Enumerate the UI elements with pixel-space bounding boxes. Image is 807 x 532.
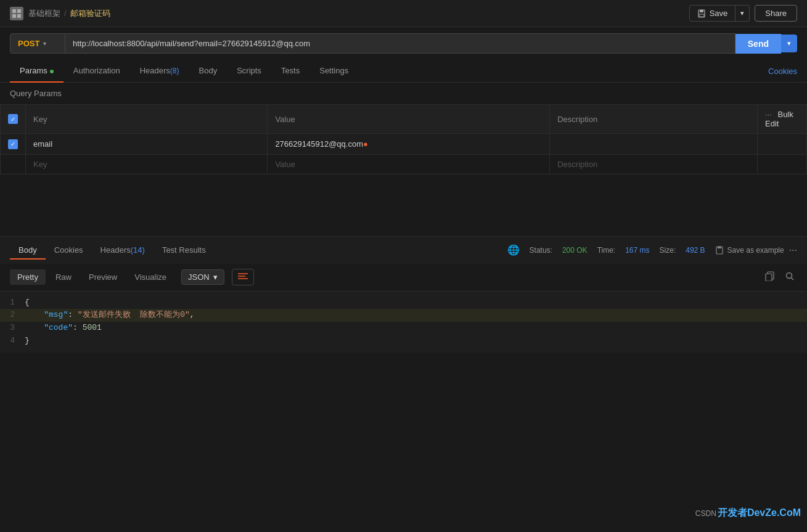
more-options-icon[interactable]: ··· [765, 110, 772, 119]
format-tab-pretty[interactable]: Pretty [10, 269, 46, 285]
breadcrumb-base: 基础框架 [28, 8, 60, 19]
format-tab-raw[interactable]: Raw [48, 269, 79, 285]
watermark-text: 开发者DevZe.CoM [718, 507, 801, 520]
time-label: Time: [597, 246, 616, 255]
save-example-button[interactable]: Save as example [715, 246, 784, 255]
format-tab-visualize[interactable]: Visualize [127, 269, 174, 285]
code-line-2: 2 "msg": "发送邮件失败 除数不能为0", [0, 309, 807, 322]
send-button[interactable]: Send [735, 34, 781, 54]
svg-rect-1 [17, 9, 21, 13]
response-tabs-bar: Body Cookies Headers(14) Test Results 🌐 … [0, 236, 807, 264]
csdn-label: CSDN [695, 509, 716, 518]
svg-line-15 [792, 277, 794, 280]
row-key-cell[interactable]: email [26, 134, 268, 155]
response-toolbar: Pretty Raw Preview Visualize JSON ▾ [0, 264, 807, 292]
col-check-header [1, 105, 26, 134]
params-spacer [0, 174, 807, 236]
row-checkbox[interactable] [8, 139, 18, 149]
query-params-title: Query Params [0, 83, 807, 104]
col-key-header: Key [26, 105, 268, 134]
svg-rect-6 [699, 14, 704, 17]
url-bar: POST ▾ Send ▾ [0, 27, 807, 60]
svg-rect-0 [12, 9, 16, 13]
params-dot [50, 70, 54, 73]
save-group: Save ▾ [689, 5, 750, 22]
save-button[interactable]: Save [689, 5, 736, 22]
top-bar-right: Save ▾ Share [689, 5, 797, 22]
watermark: CSDN 开发者DevZe.CoM [695, 507, 801, 520]
time-value: 167 ms [625, 246, 649, 255]
save-label: Save [710, 9, 728, 18]
breadcrumb-sep: / [64, 9, 67, 18]
format-select-label: JSON [188, 272, 210, 282]
share-button[interactable]: Share [755, 5, 797, 22]
save-chevron-button[interactable]: ▾ [735, 5, 750, 22]
tab-authorization[interactable]: Authorization [63, 60, 130, 83]
url-input[interactable] [65, 33, 735, 54]
svg-rect-5 [700, 10, 703, 12]
save-example-icon [715, 246, 724, 255]
email-required-dot: ● [363, 139, 368, 149]
params-table: Key Value Description ··· Bulk Edit emai… [0, 104, 807, 174]
breadcrumb-current: 邮箱验证码 [70, 8, 110, 19]
tab-params[interactable]: Params [10, 60, 63, 83]
resp-tab-body[interactable]: Body [10, 242, 46, 260]
status-label: Status: [530, 246, 552, 255]
svg-point-14 [787, 272, 792, 278]
breadcrumb: 基础框架 / 邮箱验证码 [28, 8, 110, 19]
top-bar-left: 基础框架 / 邮箱验证码 [10, 7, 110, 20]
row-checkbox-cell [1, 134, 26, 155]
col-desc-header: Description [550, 105, 758, 134]
resp-tab-test-results[interactable]: Test Results [154, 242, 215, 260]
tab-settings[interactable]: Settings [309, 60, 358, 83]
method-label: POST [18, 39, 39, 48]
empty-actions-cell [758, 154, 807, 174]
method-select[interactable]: POST ▾ [10, 33, 65, 54]
app-logo [10, 7, 23, 20]
search-icon [785, 271, 795, 281]
empty-value-cell[interactable]: Value [268, 154, 550, 174]
search-button[interactable] [782, 269, 797, 286]
size-value: 492 B [686, 246, 705, 255]
email-value: 276629145912@qq.com [275, 139, 363, 149]
tab-tests[interactable]: Tests [271, 60, 309, 83]
resp-tab-cookies[interactable]: Cookies [46, 242, 92, 260]
format-chevron-icon: ▾ [213, 272, 218, 282]
top-bar: 基础框架 / 邮箱验证码 Save ▾ Share [0, 0, 807, 27]
col-actions-header: ··· Bulk Edit [758, 105, 807, 134]
row-actions-cell [758, 134, 807, 155]
code-line-1: 1 { [0, 297, 807, 309]
request-tabs: Params Authorization Headers(8) Body Scr… [0, 60, 807, 83]
tab-body[interactable]: Body [189, 60, 227, 83]
cookies-link[interactable]: Cookies [768, 67, 797, 76]
svg-rect-13 [766, 274, 772, 281]
svg-rect-2 [12, 14, 16, 18]
size-label: Size: [660, 246, 676, 255]
response-actions: Save as example ··· [715, 245, 797, 256]
svg-rect-3 [17, 14, 21, 18]
svg-rect-8 [718, 247, 721, 248]
copy-icon [765, 271, 775, 281]
format-tab-preview[interactable]: Preview [81, 269, 125, 285]
send-chevron-button[interactable]: ▾ [781, 35, 797, 52]
response-status: 🌐 Status: 200 OK Time: 167 ms Size: 492 … [507, 244, 705, 256]
format-select[interactable]: JSON ▾ [181, 269, 224, 285]
select-all-checkbox[interactable] [8, 114, 18, 124]
globe-icon[interactable]: 🌐 [507, 244, 520, 256]
tab-scripts[interactable]: Scripts [227, 60, 271, 83]
table-empty-row: Key Value Description [1, 154, 807, 174]
response-section: Body Cookies Headers(14) Test Results 🌐 … [0, 236, 807, 353]
empty-key-cell[interactable]: Key [26, 154, 268, 174]
row-desc-cell[interactable] [550, 134, 758, 155]
tab-headers[interactable]: Headers(8) [130, 60, 189, 83]
empty-desc-cell[interactable]: Description [550, 154, 758, 174]
code-line-4: 4 } [0, 335, 807, 348]
response-more-button[interactable]: ··· [789, 245, 797, 256]
copy-button[interactable] [763, 269, 777, 286]
row-value-cell[interactable]: 276629145912@qq.com● [268, 134, 550, 155]
wrap-button[interactable] [232, 269, 254, 285]
code-line-3: 3 "code": 5001 [0, 322, 807, 335]
toolbar-right [763, 269, 797, 286]
resp-tab-headers[interactable]: Headers(14) [92, 242, 154, 260]
wrap-icon [237, 272, 248, 280]
